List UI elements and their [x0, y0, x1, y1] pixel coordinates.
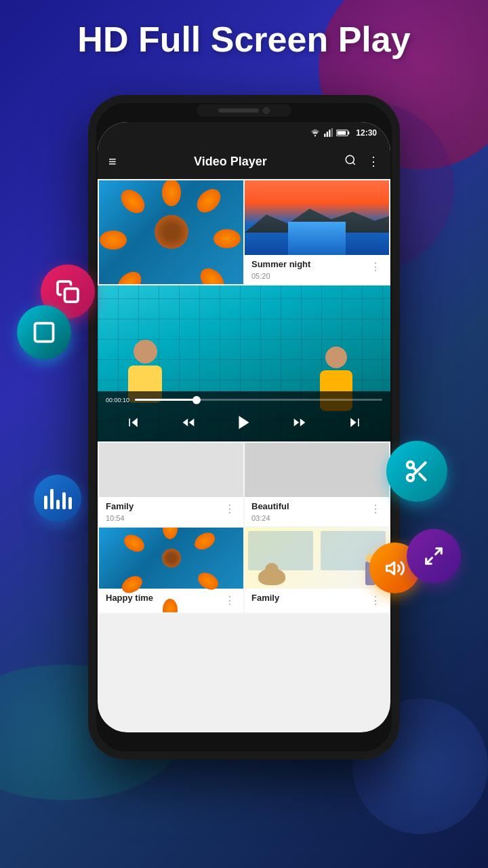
wifi-icon: [310, 128, 320, 138]
fab-screen-button[interactable]: [17, 305, 71, 359]
status-time: 12:30: [356, 128, 377, 138]
phone-speaker: [218, 108, 259, 113]
signal-icon: [323, 128, 333, 138]
svg-marker-22: [183, 418, 188, 427]
svg-point-10: [314, 135, 316, 136]
svg-rect-17: [338, 131, 346, 135]
rewind-button[interactable]: [178, 412, 199, 433]
progress-fill: [135, 399, 197, 401]
current-time: 00:00:10: [106, 397, 129, 403]
search-icon: [344, 154, 357, 166]
progress-thumb: [192, 396, 201, 404]
video-info-family-2: Family ⋮: [245, 589, 389, 612]
video-more-options-3[interactable]: ⋮: [223, 501, 237, 517]
skip-previous-button[interactable]: [123, 412, 144, 433]
video-info-summer-night: Summer night 05:20 ⋮: [245, 255, 389, 284]
bottom-video-grid: Family 10:54 ⋮ Beautiful 03:24: [98, 441, 390, 614]
video-name: Summer night: [251, 259, 369, 271]
svg-rect-16: [348, 132, 349, 134]
video-thumb-family-2: [245, 528, 389, 589]
svg-marker-20: [131, 418, 137, 427]
skip-previous-icon: [127, 416, 140, 429]
app-header-title: Video Player: [125, 155, 336, 169]
video-card-happy-time[interactable]: Happy time 02:04 ⋮: [99, 180, 243, 284]
play-icon: [235, 414, 253, 431]
video-duration: 10:54: [106, 514, 223, 522]
video-thumb-landscape: [245, 180, 389, 255]
menu-button[interactable]: ≡: [108, 154, 117, 170]
phone-screen: 12:30 ≡ Video Player ⋮: [98, 122, 390, 732]
phone-top-bar: [197, 104, 291, 117]
fab-scissors-button[interactable]: [386, 441, 447, 502]
video-card-family-2[interactable]: Family ⋮: [245, 528, 389, 612]
video-thumb-flower-2: [99, 528, 243, 589]
search-button[interactable]: [344, 154, 357, 170]
video-more-options-6[interactable]: ⋮: [369, 593, 382, 608]
video-duration: 05:20: [251, 272, 369, 280]
video-card-family[interactable]: Family 10:54 ⋮: [99, 443, 243, 526]
top-video-grid: Happy time 02:04 ⋮: [98, 179, 390, 285]
control-buttons: [106, 409, 382, 436]
play-button[interactable]: [233, 412, 255, 433]
copy-icon: [56, 279, 80, 304]
video-name: Family: [251, 593, 369, 604]
video-card-summer-night[interactable]: Summer night 05:20 ⋮: [245, 180, 389, 284]
equalizer-icon: [44, 488, 72, 509]
video-info-beautiful: Beautiful 03:24 ⋮: [245, 497, 389, 526]
svg-point-18: [346, 155, 354, 163]
svg-rect-11: [324, 134, 325, 137]
svg-marker-27: [350, 418, 356, 427]
header-action-icons: ⋮: [344, 154, 380, 170]
phone-frame: 12:30 ≡ Video Player ⋮: [88, 95, 400, 760]
svg-line-5: [420, 474, 426, 480]
sound-icon: [385, 558, 405, 578]
crop-fullscreen-icon: [424, 546, 444, 566]
video-thumb-flower: [99, 180, 243, 284]
progress-track[interactable]: [135, 399, 382, 401]
video-thumb-beautiful-plain: [245, 443, 389, 497]
progress-bar-container: 00:00:10: [106, 397, 382, 403]
skip-next-button[interactable]: [344, 412, 365, 433]
fast-forward-button[interactable]: [289, 412, 310, 433]
player-controls: 00:00:10: [98, 391, 390, 441]
video-more-options-5[interactable]: ⋮: [223, 593, 237, 608]
video-text: Family 10:54: [106, 501, 223, 522]
svg-marker-24: [239, 416, 249, 429]
video-card-beautiful[interactable]: Beautiful 03:24 ⋮: [245, 443, 389, 526]
fab-crop-button[interactable]: [407, 529, 461, 583]
screen-icon: [32, 320, 56, 344]
svg-marker-7: [386, 562, 394, 574]
video-thumb-family-plain: [99, 443, 243, 497]
skip-next-icon: [348, 416, 361, 429]
video-card-happy-time-2[interactable]: Happy time ⋮: [99, 528, 243, 612]
page-title: HD Full Screen Play: [20, 20, 468, 59]
rewind-icon: [182, 416, 195, 429]
fast-forward-icon: [293, 416, 306, 429]
video-text: Beautiful 03:24: [251, 501, 369, 522]
scissors-icon: [404, 458, 430, 484]
video-name: Beautiful: [251, 501, 369, 513]
video-name: Family: [106, 501, 223, 513]
video-text: Summer night 05:20: [251, 259, 369, 280]
svg-rect-1: [35, 323, 54, 342]
svg-marker-26: [293, 418, 299, 427]
video-duration: 03:24: [251, 514, 369, 522]
status-bar: 12:30: [98, 122, 390, 144]
more-options-button[interactable]: ⋮: [367, 154, 380, 170]
svg-rect-12: [327, 132, 328, 137]
svg-marker-25: [300, 418, 305, 427]
video-info-family: Family 10:54 ⋮: [99, 497, 243, 526]
video-text: Family: [251, 593, 369, 604]
phone-camera: [263, 107, 270, 114]
svg-marker-23: [189, 418, 195, 427]
video-more-options-4[interactable]: ⋮: [369, 501, 382, 517]
app-header: ≡ Video Player ⋮: [98, 144, 390, 179]
svg-rect-0: [65, 289, 79, 302]
video-player: 00:00:10: [98, 285, 390, 441]
battery-icon: [336, 128, 350, 138]
fab-equalizer-button[interactable]: [34, 475, 81, 522]
video-more-options-2[interactable]: ⋮: [369, 259, 382, 275]
svg-rect-13: [329, 130, 330, 137]
status-icons: 12:30: [310, 128, 377, 138]
svg-line-19: [352, 162, 354, 164]
